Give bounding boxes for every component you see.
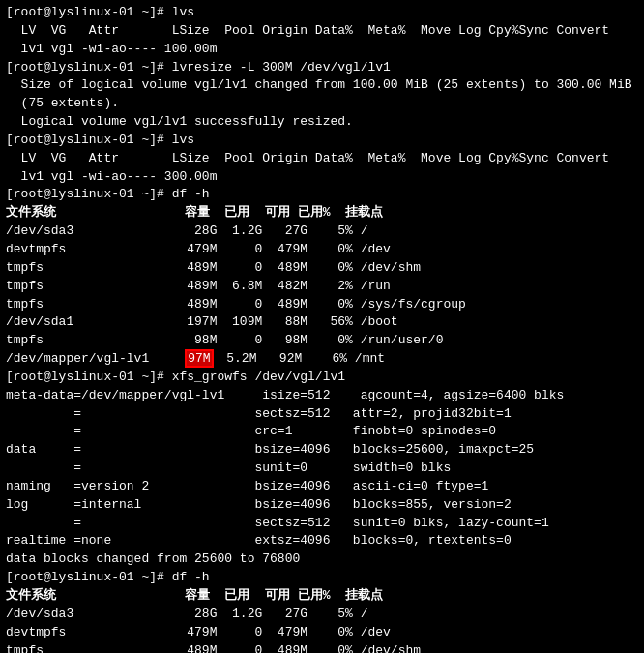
terminal-window: [root@lyslinux-01 ~]# lvs LV VG Attr LSi…: [0, 0, 644, 653]
terminal-line: 文件系统 容量 已用 可用 已用% 挂载点: [6, 587, 638, 606]
terminal-line: /dev/sda3 28G 1.2G 27G 5% /: [6, 606, 638, 624]
terminal-line: devtmpfs 479M 0 479M 0% /dev: [6, 241, 638, 259]
terminal-line: [root@lyslinux-01 ~]# lvs: [6, 132, 638, 150]
terminal-line: 文件系统 容量 已用 可用 已用% 挂载点: [6, 204, 638, 223]
terminal-line: (75 extents).: [6, 95, 638, 113]
terminal-line: LV VG Attr LSize Pool Origin Data% Meta%…: [6, 22, 638, 41]
terminal-line: lv1 vgl -wi-ao---- 300.00m: [6, 168, 638, 187]
terminal-line: naming =version 2 bsize=4096 ascii-ci=0 …: [6, 478, 638, 496]
terminal-line: [root@lyslinux-01 ~]# df -h: [6, 569, 638, 587]
terminal-line: = sunit=0 swidth=0 blks: [6, 460, 638, 478]
terminal-line: log =internal bsize=4096 blocks=855, ver…: [6, 496, 638, 515]
terminal-line: = crc=1 finobt=0 spinodes=0: [6, 423, 638, 441]
terminal-line: Logical volume vgl/lv1 successfully resi…: [6, 113, 638, 132]
terminal-line: [root@lyslinux-01 ~]# xfs_growfs /dev/vg…: [6, 369, 638, 387]
terminal-line: tmpfs 489M 0 489M 0% /sys/fs/cgroup: [6, 296, 638, 314]
terminal-line: /dev/sda3 28G 1.2G 27G 5% /: [6, 223, 638, 241]
terminal-line: [root@lyslinux-01 ~]# lvresize -L 300M /…: [6, 59, 638, 77]
terminal-line: LV VG Attr LSize Pool Origin Data% Meta%…: [6, 150, 638, 168]
terminal-line: data blocks changed from 25600 to 76800: [6, 550, 638, 569]
terminal-line: [root@lyslinux-01 ~]# lvs: [6, 4, 638, 22]
terminal-line: data = bsize=4096 blocks=25600, imaxpct=…: [6, 441, 638, 460]
terminal-line: tmpfs 489M 0 489M 0% /dev/shm: [6, 259, 638, 278]
terminal-line: /dev/mapper/vgl-lv1 97M 5.2M 92M 6% /mnt: [6, 350, 638, 369]
highlighted-size-old: 97M: [187, 351, 211, 366]
terminal-line: [root@lyslinux-01 ~]# df -h: [6, 186, 638, 204]
terminal-line: meta-data=/dev/mapper/vgl-lv1 isize=512 …: [6, 387, 638, 405]
terminal-line: tmpfs 98M 0 98M 0% /run/user/0: [6, 332, 638, 350]
terminal-line: tmpfs 489M 0 489M 0% /dev/shm: [6, 642, 638, 653]
terminal-line: devtmpfs 479M 0 479M 0% /dev: [6, 624, 638, 642]
terminal-line: Size of logical volume vgl/lv1 changed f…: [6, 76, 638, 95]
terminal-line: lv1 vgl -wi-ao---- 100.00m: [6, 41, 638, 59]
terminal-line: = sectsz=512 attr=2, projid32bit=1: [6, 405, 638, 424]
terminal-line: = sectsz=512 sunit=0 blks, lazy-count=1: [6, 515, 638, 533]
terminal-line: tmpfs 489M 6.8M 482M 2% /run: [6, 278, 638, 296]
terminal-line: realtime =none extsz=4096 blocks=0, rtex…: [6, 532, 638, 550]
terminal-line: /dev/sda1 197M 109M 88M 56% /boot: [6, 313, 638, 332]
